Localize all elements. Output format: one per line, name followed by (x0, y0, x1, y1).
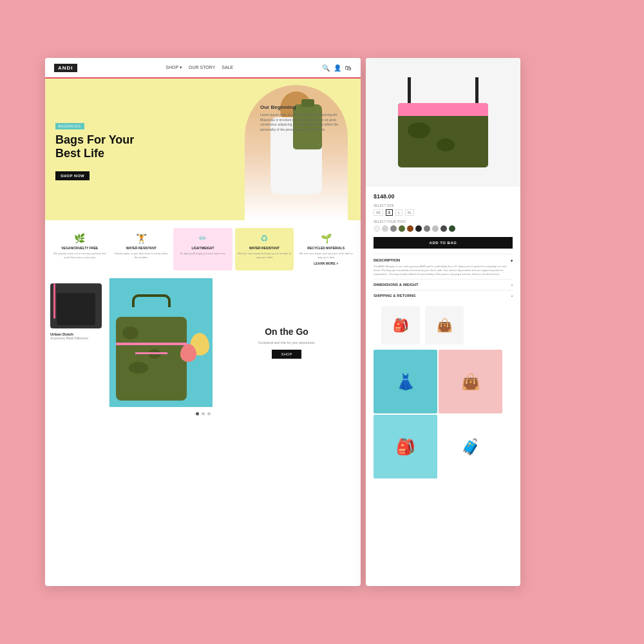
pagination-dot-1[interactable] (196, 412, 199, 415)
shipping-accordion: SHIPPING & RETURNS › (374, 290, 513, 301)
tote-camo2 (437, 138, 455, 151)
chevron-right-icon: › (511, 283, 513, 287)
color-darkgreen[interactable] (449, 225, 455, 232)
color-white[interactable] (374, 225, 380, 232)
pagination-dot-2[interactable] (202, 412, 205, 415)
our-beginning-title: Our Beginning (260, 104, 350, 110)
recycle-icon: ♻ (238, 233, 292, 243)
bottom-section: Urban Dutch Accessory Black Niko/ever (45, 278, 361, 407)
product-hero-image (366, 58, 520, 187)
nav-icons: 🔍 👤 🛍 (322, 64, 352, 71)
sketch-2: 👜 (425, 306, 464, 345)
color-medgray[interactable] (424, 225, 430, 232)
product-price: $148.00 (374, 193, 513, 200)
feature-materials-title: RECYCLED MATERIALS (299, 246, 353, 250)
camo-spot (122, 327, 138, 339)
color-lightgray[interactable] (382, 225, 388, 232)
collage-teal2: 🎒 (374, 415, 437, 478)
camo-handle (132, 294, 171, 307)
hero-section: BACKPACKS Bags For Your Best Life SHOP N… (45, 79, 361, 220)
pagination-dot-3[interactable] (207, 412, 211, 415)
size-options: XS S L XL (374, 209, 513, 216)
chevron-down-icon[interactable]: ▾ (511, 258, 513, 263)
description-section: DESCRIPTION ▾ The ANDI Shopper is our mo… (374, 254, 513, 276)
page-background: ANDI SHOP ▾ OUR STORY SALE 🔍 👤 🛍 BACKPAC… (0, 0, 644, 644)
navbar: ANDI SHOP ▾ OUR STORY SALE 🔍 👤 🛍 (45, 58, 361, 79)
color-black[interactable] (415, 225, 422, 232)
feature-water-title: WATER RESISTANT (115, 246, 169, 250)
photo-collage: 👗 👜 🎒 🧳 (374, 350, 502, 478)
feature-light-desc: So light you'll forget you even have it … (176, 252, 230, 256)
collage-teal: 👗 (374, 350, 437, 413)
tote-handle-right (475, 77, 478, 106)
camo-spot (129, 362, 148, 374)
cart-icon[interactable]: 🛍 (345, 64, 352, 71)
hero-badge: BACKPACKS (55, 123, 84, 129)
chevron-right-icon2: › (511, 294, 513, 298)
product-card: Urban Dutch Accessory Black Niko/ever (45, 278, 109, 407)
collage-white: 🧳 (439, 415, 502, 478)
dimensions-accordion: DIMENSIONS & WEIGHT › (374, 279, 513, 290)
feature-recycle-title: WATER RESISTANT (238, 246, 292, 250)
feature-water-desc: Repels water so you don't have to worry … (115, 252, 169, 259)
bag-body (57, 293, 95, 325)
nav-shop[interactable]: SHOP ▾ (166, 65, 182, 70)
our-beginning-text: Lorem ipsum dolor sit amet consectetur a… (260, 113, 350, 132)
feature-vegan-desc: We actively strive not to use any produc… (53, 252, 107, 259)
color-darkgray[interactable] (440, 225, 447, 232)
pink-accent (135, 352, 167, 354)
balloon2 (180, 344, 196, 362)
size-l[interactable]: L (395, 209, 402, 216)
tote-handle-left (408, 77, 411, 106)
tote-stripe (398, 103, 488, 116)
left-panel: ANDI SHOP ▾ OUR STORY SALE 🔍 👤 🛍 BACKPAC… (45, 58, 361, 586)
feature-materials-desc: We love zero waste and want you to be ab… (299, 252, 353, 259)
product-image (50, 283, 102, 328)
tote-camo1 (408, 122, 430, 138)
camo-bag-section (109, 278, 213, 407)
brand-logo: ANDI (54, 64, 77, 72)
search-icon[interactable]: 🔍 (322, 64, 330, 71)
our-beginning-section: Our Beginning Lorem ipsum dolor sit amet… (260, 104, 350, 132)
dimensions-header[interactable]: DIMENSIONS & WEIGHT › (374, 283, 513, 287)
size-s[interactable]: S (386, 209, 393, 216)
learn-more-link[interactable]: LEARN MORE > (299, 261, 353, 265)
materials-icon: 🌱 (299, 233, 353, 243)
hero-cta-button[interactable]: SHOP NOW (55, 171, 90, 180)
color-silver[interactable] (432, 225, 439, 232)
add-to-bag-button[interactable]: ADD TO BAG (374, 237, 513, 249)
right-panel: $148.00 SELECT SIZE XS S L XL SELECT YOU… (366, 58, 520, 586)
color-olive[interactable] (399, 225, 405, 232)
on-the-go-section: On the Go Functional and chic for your a… (213, 278, 361, 407)
on-the-go-title: On the Go (265, 327, 308, 337)
color-options (374, 225, 513, 232)
camo-rect (116, 317, 187, 401)
account-icon[interactable]: 👤 (334, 64, 341, 71)
size-section: SELECT SIZE XS S L XL (374, 204, 513, 216)
nav-our-story[interactable]: OUR STORY (189, 65, 215, 70)
content-wrapper: ANDI SHOP ▾ OUR STORY SALE 🔍 👤 🛍 BACKPAC… (45, 58, 599, 586)
features-section: 🌿 VEGAN/CRUELTY FREE We actively strive … (45, 220, 361, 278)
feature-light-title: LIGHTWEIGHT (176, 246, 230, 250)
product-subname: Accessory Black Niko/ever (50, 336, 104, 340)
size-xs[interactable]: XS (374, 209, 383, 216)
bag-sketches: 🎒 👜 (374, 301, 513, 350)
sketch-1: 🎒 (381, 306, 420, 345)
tote-body (398, 103, 488, 167)
feature-recycle-desc: We love zero waste and want you to be ab… (238, 252, 292, 259)
collage-pink: 👜 (439, 350, 502, 413)
color-brown[interactable] (407, 225, 413, 232)
nav-sale[interactable]: SALE (222, 65, 233, 70)
size-xl[interactable]: XL (405, 209, 414, 216)
water-icon: 🏋 (115, 233, 169, 243)
product-detail: $148.00 SELECT SIZE XS S L XL SELECT YOU… (366, 187, 520, 485)
nav-links: SHOP ▾ OUR STORY SALE (166, 65, 233, 70)
pagination (45, 407, 361, 421)
color-gray[interactable] (390, 225, 397, 232)
feature-light: ✏ LIGHTWEIGHT So light you'll forget you… (173, 228, 232, 270)
on-the-go-button[interactable]: SHOP (272, 350, 301, 359)
feature-materials: 🌱 RECYCLED MATERIALS We love zero waste … (296, 228, 355, 270)
feature-vegan: 🌿 VEGAN/CRUELTY FREE We actively strive … (50, 228, 109, 270)
description-text: The ANDI Shopper is our most spacious AN… (374, 265, 513, 276)
shipping-header[interactable]: SHIPPING & RETURNS › (374, 294, 513, 298)
